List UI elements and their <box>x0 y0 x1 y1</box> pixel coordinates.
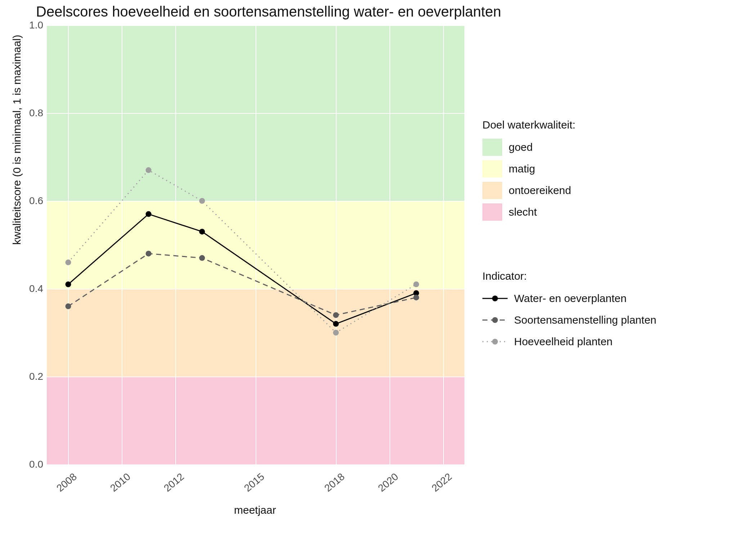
x-tick-label: 2012 <box>151 471 186 503</box>
series-point <box>413 294 419 300</box>
legend-quality-label: slecht <box>509 206 537 218</box>
plot-area <box>47 25 464 464</box>
series-point <box>413 282 419 287</box>
legend-indicator-item: Soortensamenstelling planten <box>482 311 656 329</box>
series-point <box>333 312 339 318</box>
legend-quality-label: matig <box>509 163 535 175</box>
svg-point-5 <box>492 339 498 345</box>
chart-title: Deelscores hoeveelheid en soortensamenst… <box>36 4 501 20</box>
legend-indicator-item: Hoeveelheid planten <box>482 333 656 351</box>
series-point <box>65 260 71 265</box>
series-point <box>146 211 152 217</box>
legend-swatch <box>482 203 502 221</box>
legend-swatch <box>482 160 502 177</box>
svg-point-3 <box>492 317 498 323</box>
legend-quality-label: ontoereikend <box>509 184 571 197</box>
legend-indicator-label: Water- en oeverplanten <box>514 292 626 305</box>
x-tick-label: 2018 <box>312 471 347 503</box>
legend-indicator-label: Hoeveelheid planten <box>514 336 613 348</box>
legend-quality-label: goed <box>509 141 533 153</box>
series-point <box>65 303 71 309</box>
y-tick-label: 1.0 <box>7 19 43 31</box>
series-point <box>146 251 152 256</box>
y-tick-label: 0.0 <box>7 459 43 470</box>
y-tick-label: 0.4 <box>7 283 43 294</box>
series-line <box>68 170 417 333</box>
svg-point-1 <box>492 296 498 301</box>
legend-quality-item: slecht <box>482 203 575 221</box>
y-tick-label: 0.2 <box>7 371 43 382</box>
legend-indicator: Indicator: Water- en oeverplantenSoorten… <box>482 270 656 354</box>
series-line <box>68 214 417 324</box>
series-line <box>68 253 417 315</box>
legend-quality-item: matig <box>482 160 575 178</box>
y-axis-title: kwaliteitscore (0 is minimaal, 1 is maxi… <box>11 35 23 245</box>
series-point <box>199 229 205 234</box>
legend-line-icon <box>482 293 508 304</box>
series-point <box>199 255 205 261</box>
legend-line-icon <box>482 336 508 347</box>
series-point <box>333 330 339 336</box>
x-tick-label: 2020 <box>365 471 400 503</box>
series-point <box>199 198 205 204</box>
gridline-h <box>47 464 464 465</box>
legend-quality-item: ontoereikend <box>482 181 575 199</box>
x-axis-title: meetjaar <box>234 504 276 516</box>
legend-swatch <box>482 139 502 156</box>
x-tick-label: 2015 <box>231 471 266 503</box>
legend-swatch <box>482 182 502 199</box>
series-point <box>333 321 339 327</box>
legend-line-icon <box>482 314 508 326</box>
plot-svg <box>47 25 464 464</box>
legend-indicator-title: Indicator: <box>482 270 656 282</box>
legend-quality-title: Doel waterkwaliteit: <box>482 119 575 131</box>
series-point <box>146 167 152 173</box>
y-tick-label: 0.8 <box>7 107 43 119</box>
x-tick-label: 2008 <box>44 471 79 503</box>
series-point <box>65 282 71 287</box>
legend-quality-item: goed <box>482 138 575 156</box>
legend-quality: Doel waterkwaliteit: goedmatigontoereike… <box>482 119 575 225</box>
y-tick-label: 0.6 <box>7 195 43 207</box>
legend-indicator-label: Soortensamenstelling planten <box>514 314 656 326</box>
x-tick-label: 2022 <box>419 471 454 503</box>
legend-indicator-item: Water- en oeverplanten <box>482 289 656 307</box>
chart: Deelscores hoeveelheid en soortensamenst… <box>0 0 756 540</box>
x-tick-label: 2010 <box>98 471 133 503</box>
